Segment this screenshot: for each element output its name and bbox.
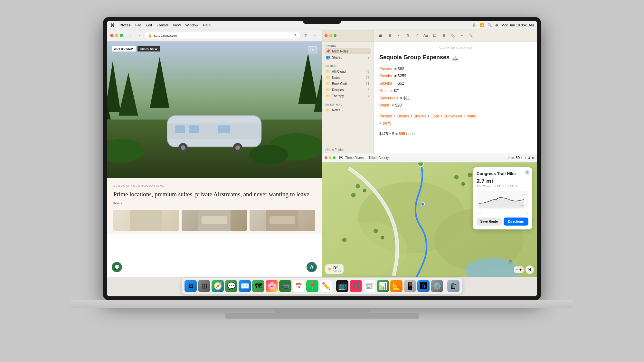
dock-appstore[interactable]: 🅰 — [417, 280, 430, 292]
notes-body[interactable]: Passes = $62 Kayaks = $259 Snacks = $52 — [379, 65, 531, 138]
notes-title: Sequoia Group Expenses 🏔️ — [379, 54, 531, 61]
safari-hero-image: AUTOCAMP BOOK NOW ≡ — [107, 42, 322, 178]
expense-sunscreen: Sunscreen = $11 — [379, 95, 531, 102]
notes-pinned-section: PINNED 📌 Math Notes 3 👥 Shared 2 — [322, 42, 373, 62]
menu-view[interactable]: View — [173, 23, 181, 27]
safari-close-button[interactable] — [110, 34, 113, 37]
safari-card-3[interactable] — [250, 210, 315, 231]
dock-music[interactable]: 🎵 — [350, 280, 362, 292]
new-folder-button[interactable]: + New Folder — [322, 146, 373, 153]
dock-safari[interactable]: 🧭 — [212, 280, 224, 292]
notes-delete-button[interactable]: 🗑 — [404, 32, 412, 39]
dock-news[interactable]: 📰 — [363, 280, 375, 292]
map-more-icon[interactable]: ⊕ — [532, 156, 535, 160]
dock-maps[interactable]: 🗺 — [252, 280, 264, 292]
menubar-search-icon[interactable]: 🔍 — [488, 23, 492, 27]
notes-checklist-button[interactable]: ☑ — [431, 32, 439, 39]
safari-back-button[interactable]: ‹ — [127, 32, 134, 39]
notes-format-button[interactable]: Aa — [422, 32, 430, 39]
map-3d-toggle[interactable]: 3D — [516, 156, 520, 160]
safari-fullscreen-button[interactable] — [120, 34, 123, 37]
notes-onmymac-folder[interactable]: 📁 Notes 9 — [325, 107, 371, 113]
dock-mirror[interactable]: 📱 — [404, 280, 416, 292]
menu-format[interactable]: Format — [156, 23, 168, 27]
safari-minimize-button[interactable] — [115, 34, 118, 37]
menu-window[interactable]: Window — [185, 23, 198, 27]
notes-notes-folder[interactable]: 📁 Notes 23 — [325, 75, 371, 81]
notes-therapy-folder[interactable]: 📁 Therapy 4 — [325, 93, 371, 99]
safari-url-bar[interactable]: 🔒 autocamp.com ↻ — [145, 32, 300, 39]
directions-button[interactable]: Directions — [504, 218, 529, 226]
notes-date: June 10, 2024 at 9:41 AM — [379, 47, 531, 50]
safari-card-1[interactable] — [113, 210, 179, 231]
notes-recipes-folder[interactable]: 📁 Recipes 8 — [325, 87, 371, 93]
notes-search-button[interactable]: 🔍 — [467, 32, 475, 39]
dock-freeform[interactable]: ✏️ — [320, 280, 332, 292]
notes-allicloud-folder[interactable]: 📁 All iCloud 46 — [325, 69, 371, 75]
weather-icon: ☀️ — [328, 267, 332, 271]
dock-facetime[interactable]: 📹 — [279, 280, 291, 292]
filter-link[interactable]: Filter + — [113, 202, 315, 205]
map-download-icon[interactable]: ⬇ — [528, 156, 530, 160]
map-minimize-button[interactable] — [329, 156, 331, 159]
safari-card-2[interactable] — [182, 210, 247, 231]
compass-control[interactable]: N — [526, 265, 534, 274]
hamburger-menu-button[interactable]: ≡ — [308, 46, 317, 53]
dock-finder[interactable]: 🖥 — [185, 280, 197, 292]
notes-minimize-button[interactable] — [329, 34, 332, 37]
map-controls: − + N — [514, 265, 534, 274]
safari-newtab-button[interactable]: + — [311, 32, 318, 39]
dock-systemprefs[interactable]: ⚙️ — [431, 280, 443, 292]
notes-back-button[interactable]: ‹ — [395, 32, 402, 39]
notes-close-button[interactable] — [325, 34, 327, 37]
onmymac-folder-label: Notes — [332, 108, 366, 112]
kayaks-ref: Kayaks — [396, 114, 409, 118]
notes-share-button[interactable]: ✓ — [413, 32, 421, 39]
mirror-icon: 📱 — [406, 282, 414, 290]
notes-more-button[interactable]: » — [458, 32, 466, 39]
safari-refresh-icon[interactable]: ↻ — [295, 33, 298, 38]
map-background: ✕ Congress Trail Hike 2.7 mi 1 hr 23 min… — [322, 162, 537, 277]
dock-launchpad[interactable]: ⊞ — [198, 280, 210, 292]
dock-messages[interactable]: 💬 — [225, 280, 237, 292]
dock-mail[interactable]: ✉️ — [239, 280, 251, 292]
notes-table-button[interactable]: ⊞ — [440, 32, 448, 39]
snacks-label: Snacks — [379, 80, 392, 87]
notes-shared-folder[interactable]: 👥 Shared 2 — [325, 54, 371, 60]
zoom-in-button[interactable]: + — [519, 267, 522, 272]
accessibility-fab-button[interactable]: ♿ — [307, 262, 317, 272]
notes-bookclub-folder[interactable]: 📁 Book Club 11 — [325, 81, 371, 87]
book-now-button[interactable]: BOOK NOW — [137, 46, 160, 51]
safari-forward-button[interactable]: › — [136, 32, 143, 39]
notes-gallery-view-button[interactable]: ⊞ — [386, 32, 393, 39]
chat-fab-button[interactable]: 💬 — [112, 262, 122, 272]
map-share-icon[interactable]: ↗ — [507, 156, 510, 160]
map-layers-icon[interactable]: ⊞ — [511, 156, 514, 160]
map-add-icon[interactable]: + — [524, 156, 526, 160]
safari-share-button[interactable]: ⬆ — [302, 32, 309, 39]
menubar-control-center-icon[interactable]: ⊕ — [495, 23, 498, 27]
map-close-button[interactable] — [325, 156, 327, 159]
weather-info: 79° AQI 29 — [333, 266, 341, 272]
menu-file[interactable]: File — [135, 23, 141, 27]
dock-photos[interactable]: 🌸 — [266, 280, 278, 292]
notes-mathnotices-folder[interactable]: 📌 Math Notes 3 — [325, 48, 371, 54]
dock-numbers[interactable]: 📊 — [377, 280, 389, 292]
menu-app-name[interactable]: Notes — [120, 23, 131, 27]
dock-appletv[interactable]: 📺 — [336, 280, 348, 292]
zoom-out-button[interactable]: − — [516, 267, 518, 272]
notes-fullscreen-button[interactable] — [334, 34, 336, 37]
menu-help[interactable]: Help — [203, 23, 211, 27]
notes-attach-button[interactable]: 📎 — [449, 32, 457, 39]
map-fullscreen-button[interactable] — [333, 156, 336, 159]
hike-close-button[interactable]: ✕ — [525, 170, 530, 175]
menu-edit[interactable]: Edit — [146, 23, 152, 27]
map-info-icon[interactable]: ℹ — [521, 156, 523, 160]
dock-findmy[interactable]: 📍 — [306, 280, 318, 292]
dock-calendar[interactable]: 📅 — [293, 280, 305, 292]
apple-logo-icon[interactable]: ⌘ — [110, 23, 115, 28]
notes-list-view-button[interactable]: ☰ — [377, 32, 384, 39]
save-route-button[interactable]: Save Route — [477, 218, 502, 226]
dock-trash[interactable]: 🗑 — [447, 280, 459, 292]
dock-keynote[interactable]: 📐 — [390, 280, 402, 292]
